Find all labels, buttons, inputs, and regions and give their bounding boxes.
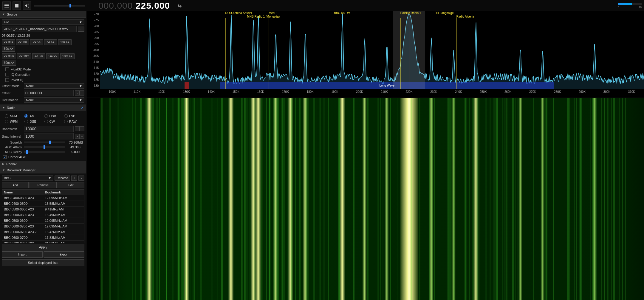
mode-dsb[interactable]: DSB bbox=[24, 119, 42, 124]
mode-label: RAW bbox=[69, 120, 77, 123]
offset-input[interactable] bbox=[24, 90, 74, 96]
table-row[interactable]: BBC 0400-0500 A2312.095MHz AM bbox=[2, 195, 84, 201]
stop-button[interactable] bbox=[13, 1, 21, 10]
stop-icon bbox=[15, 4, 18, 7]
offset-mode-select[interactable]: None▼ bbox=[24, 83, 84, 89]
panel-header-radio2[interactable]: ▶Radio2 bbox=[0, 161, 86, 167]
agc-decay-slider[interactable] bbox=[24, 151, 65, 153]
seek-button[interactable]: 5s >> bbox=[44, 39, 57, 45]
bookmark-add-button[interactable]: Add bbox=[2, 182, 29, 188]
seek-button[interactable]: 10m >> bbox=[60, 53, 75, 59]
station-label[interactable]: DR Langbolge bbox=[435, 11, 454, 15]
table-row[interactable]: BBC 0500-0600 A2315.49MHz AM bbox=[2, 212, 84, 218]
snap-inc[interactable]: + bbox=[80, 134, 84, 139]
squelch-label: Squelch bbox=[2, 141, 22, 144]
seek-button[interactable]: << 30s bbox=[2, 39, 15, 45]
station-label[interactable]: Radio Algeria bbox=[456, 15, 474, 18]
bookmark-edit-button[interactable]: Edit bbox=[58, 182, 84, 188]
table-row[interactable]: BBC 0600-0700 A23 215.42MHz AM bbox=[2, 229, 84, 235]
iqcorr-checkbox[interactable] bbox=[5, 73, 9, 76]
snap-dec[interactable]: - bbox=[75, 134, 80, 139]
radio-icon bbox=[5, 120, 8, 123]
frequency-high: 000.000. bbox=[98, 1, 136, 11]
list-del-button[interactable]: - bbox=[78, 176, 84, 181]
seek-button[interactable]: 5m >> bbox=[46, 53, 59, 59]
mode-label: NFM bbox=[10, 114, 17, 118]
station-label[interactable]: BBC R4 LW bbox=[334, 11, 350, 15]
offset-mode-label: Offset mode bbox=[2, 84, 23, 88]
apply-button[interactable]: Apply bbox=[2, 244, 84, 250]
rename-button[interactable]: Rename bbox=[55, 176, 70, 181]
swap-button[interactable]: ⇆ bbox=[176, 2, 183, 9]
list-add-button[interactable]: + bbox=[71, 176, 77, 181]
invertiq-checkbox[interactable] bbox=[5, 78, 9, 82]
sidebar: ▼Source File▼ -09-09_21-00-00_baseband_2… bbox=[0, 11, 86, 300]
panel-header-bookmarks[interactable]: ▼Bookmark Manager bbox=[0, 167, 86, 173]
bandwidth-input[interactable] bbox=[24, 126, 74, 132]
offset-inc[interactable]: + bbox=[80, 90, 84, 96]
mode-lsb[interactable]: LSB bbox=[64, 114, 82, 119]
bw-dec[interactable]: - bbox=[75, 126, 80, 131]
squelch-slider[interactable] bbox=[24, 141, 65, 143]
mode-nfm[interactable]: NFM bbox=[4, 114, 23, 119]
browse-button[interactable]: ... bbox=[78, 27, 84, 32]
seek-button[interactable]: << 10s bbox=[16, 39, 30, 45]
station-label[interactable]: Polskie Radio 1 bbox=[400, 11, 421, 15]
seek-button[interactable]: << 30m bbox=[2, 53, 16, 59]
panel-title: Bookmark Manager bbox=[7, 168, 35, 172]
source-file-path: -09-09_21-00-00_baseband_225000Hz.wav bbox=[2, 26, 77, 32]
panel-header-source[interactable]: ▼Source bbox=[0, 11, 86, 18]
spectrum-plot[interactable]: Long Wave ROU Antena SatelorMNB Radio 1 … bbox=[100, 11, 644, 89]
bw-inc[interactable]: + bbox=[80, 126, 84, 131]
table-row[interactable]: BBC 0600-0700*17.83MHz AM bbox=[2, 235, 84, 241]
carrier-agc-checkbox[interactable] bbox=[3, 155, 7, 159]
mode-raw[interactable]: RAW bbox=[64, 119, 82, 124]
mode-am[interactable]: AM bbox=[24, 114, 42, 119]
snap-input[interactable] bbox=[24, 133, 74, 139]
table-row[interactable]: BBC 0400-0500*13.58MHz AM bbox=[2, 201, 84, 207]
col-name: Name bbox=[2, 190, 43, 195]
bookmark-list-select[interactable]: BBC▼ bbox=[2, 175, 53, 181]
snap-label: Snap Interval bbox=[2, 135, 23, 138]
agc-attack-slider[interactable] bbox=[24, 146, 65, 148]
seek-button[interactable]: << 10m bbox=[17, 53, 31, 59]
station-label[interactable]: Médi 1 bbox=[269, 11, 278, 15]
offset-label: Offset bbox=[2, 91, 23, 95]
frequency-display[interactable]: 000.000. 225.000 bbox=[98, 1, 170, 11]
waterfall-signal bbox=[385, 98, 389, 300]
seek-button[interactable]: << 5s bbox=[30, 39, 43, 45]
table-row[interactable]: BBC 0500-0600*12.095MHz AM bbox=[2, 218, 84, 224]
import-button[interactable]: Import bbox=[2, 251, 43, 258]
bookmark-remove-button[interactable]: Remove bbox=[30, 182, 56, 188]
decimation-select[interactable]: None▼ bbox=[24, 97, 84, 103]
table-row[interactable]: BBC 0500-0600 A239.41MHz AM bbox=[2, 207, 84, 212]
mode-cw[interactable]: CW bbox=[44, 119, 62, 124]
menu-button[interactable] bbox=[2, 1, 11, 10]
export-button[interactable]: Export bbox=[44, 251, 84, 258]
waterfall[interactable] bbox=[86, 98, 644, 300]
seek-button[interactable]: 30s >> bbox=[2, 46, 15, 52]
mode-wfm[interactable]: WFM bbox=[4, 119, 23, 124]
fft-spectrum[interactable]: -70-75-80-85-90-95-100-105-110-115-120-1… bbox=[86, 11, 644, 98]
seek-button[interactable]: 30m >> bbox=[2, 60, 16, 66]
volume-slider[interactable] bbox=[34, 5, 85, 7]
source-type-select[interactable]: File▼ bbox=[2, 19, 84, 25]
float32-checkbox[interactable] bbox=[5, 67, 9, 71]
select-lists-button[interactable]: Select displayed lists bbox=[2, 259, 84, 266]
tuned-frequency-line[interactable] bbox=[409, 11, 409, 89]
panel-header-radio[interactable]: ▼Radio✓ bbox=[0, 104, 86, 111]
mode-usb[interactable]: USB bbox=[44, 114, 62, 119]
volume-button[interactable] bbox=[23, 1, 31, 10]
radio-icon bbox=[24, 120, 28, 123]
offset-dec[interactable]: - bbox=[75, 90, 80, 96]
table-row[interactable]: BBC 0600-0700 A2312.095MHz AM bbox=[2, 224, 84, 229]
table-row[interactable]: BBC 0700-0800 A2321.56MHz AM bbox=[2, 241, 84, 243]
seek-button[interactable]: 10s >> bbox=[58, 39, 72, 45]
iqcorr-label: IQ Correction bbox=[11, 73, 30, 76]
seek-button[interactable]: << 5m bbox=[32, 53, 45, 59]
station-label[interactable]: ROU Antena Satelor bbox=[225, 11, 253, 15]
waterfall-signal bbox=[228, 98, 234, 300]
station-label[interactable]: MNB Radio 1 (Mongolia) bbox=[247, 15, 280, 18]
mode-label: CW bbox=[49, 120, 55, 123]
longwave-band: Long Wave bbox=[220, 82, 554, 89]
